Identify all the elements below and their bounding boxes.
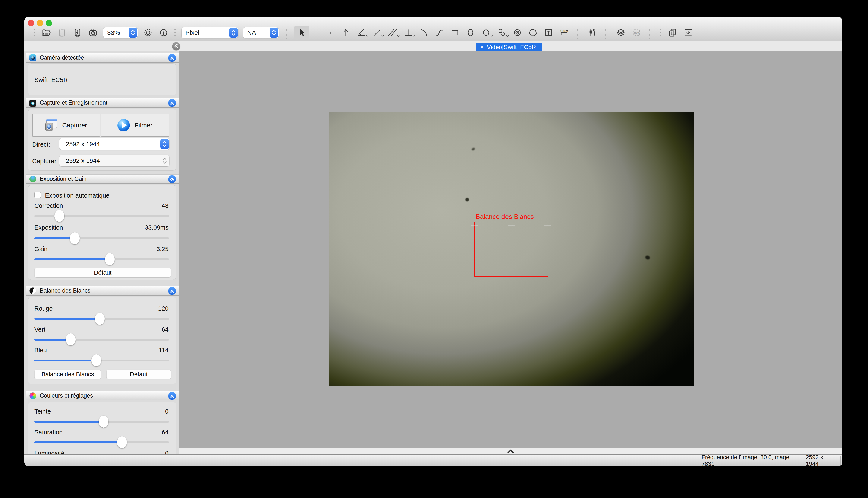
layers-icon[interactable] (613, 26, 628, 39)
roi-handle[interactable] (508, 218, 515, 225)
exposure-slider[interactable] (34, 232, 169, 245)
record-video-button[interactable]: Filmer (101, 114, 169, 136)
roi-handle[interactable] (544, 273, 551, 280)
saturation-slider[interactable] (34, 436, 169, 448)
ellipse-tool-icon[interactable] (463, 26, 478, 39)
exposure-box: Exposition automatique Correction 48 Exp… (28, 185, 176, 280)
burst-capture-icon[interactable] (69, 26, 85, 39)
flatten-export-icon[interactable] (680, 26, 696, 39)
unit-select[interactable]: Pixel (181, 27, 238, 38)
text-tool-icon[interactable] (540, 26, 556, 39)
correction-slider[interactable] (34, 210, 169, 222)
slider-thumb[interactable] (70, 232, 80, 244)
slider-thumb[interactable] (105, 253, 115, 265)
select-stepper-icon[interactable] (161, 156, 169, 166)
camera-timer-icon[interactable] (85, 26, 101, 39)
slider-thumb[interactable] (95, 313, 105, 325)
auto-exposure-checkbox[interactable] (34, 192, 41, 198)
double-chevron-up-icon (169, 393, 175, 399)
csv-export-icon[interactable]: CSV (628, 26, 644, 39)
capture-resolution-select[interactable]: 2592 x 1944 (59, 155, 169, 167)
rectangle-tool-icon[interactable] (447, 26, 463, 39)
camera-device-item[interactable]: Swift_EC5R (34, 76, 68, 83)
section-header-exposure[interactable]: Exposition et Gain (26, 174, 179, 184)
linked-circles-tool-icon[interactable] (494, 26, 509, 39)
scale-bar-icon[interactable]: 10um (556, 26, 572, 39)
blue-slider[interactable] (34, 354, 169, 367)
green-slider[interactable] (34, 333, 169, 346)
status-resolution: 2592 x 1944 (802, 456, 841, 466)
slider-thumb[interactable] (91, 354, 101, 366)
save-icon[interactable] (54, 26, 69, 39)
line-tool-icon[interactable] (369, 26, 385, 39)
select-stepper-icon[interactable] (270, 28, 278, 38)
settings-gear-icon[interactable] (140, 26, 156, 39)
double-chevron-up-icon (169, 288, 175, 294)
white-balance-box: Rouge 120 Vert 64 Bleu 114 Balance des B… (28, 297, 176, 384)
na-select[interactable]: NA (243, 27, 279, 38)
auto-exposure-label: Exposition automatique (45, 192, 109, 199)
collapse-section-button[interactable] (168, 99, 176, 107)
arc-tool-icon[interactable] (416, 26, 432, 39)
direct-resolution-select[interactable]: 2592 x 1944 (59, 138, 169, 150)
capture-window-icon (45, 119, 58, 131)
roi-handle[interactable] (471, 218, 478, 225)
section-header-camera[interactable]: Caméra détectée (26, 53, 179, 63)
tab-label: Vidéo[Swift_EC5R] (487, 44, 538, 51)
toolbar-separator (315, 27, 321, 39)
bottom-panel-toggle[interactable] (179, 448, 842, 455)
curve-tool-icon[interactable] (432, 26, 447, 39)
slider-thumb[interactable] (117, 436, 127, 448)
point-tool-icon[interactable] (322, 26, 338, 39)
roi-handle[interactable] (544, 246, 551, 253)
hue-slider[interactable] (34, 416, 169, 428)
collapse-section-button[interactable] (168, 392, 176, 400)
exposure-default-button[interactable]: Défaut (34, 268, 171, 277)
parallel-lines-tool-icon[interactable] (385, 26, 400, 39)
polygon-tool-icon[interactable] (525, 26, 540, 39)
info-icon[interactable] (156, 26, 171, 39)
capture-button-label: Capturer (62, 122, 87, 129)
sidebar-collapse-button[interactable] (172, 42, 180, 50)
white-balance-default-button[interactable]: Défaut (106, 369, 171, 379)
slider-thumb[interactable] (99, 416, 108, 428)
arrow-annotation-icon[interactable] (338, 26, 354, 39)
concentric-circles-tool-icon[interactable] (509, 26, 525, 39)
roi-handle[interactable] (508, 273, 515, 280)
tab-close-icon[interactable]: × (480, 44, 484, 50)
roi-handle[interactable] (471, 246, 478, 253)
roi-handle[interactable] (471, 273, 478, 280)
collapse-section-button[interactable] (168, 175, 176, 183)
section-header-white-balance[interactable]: Balance des Blancs (26, 286, 179, 296)
white-balance-roi-rect[interactable] (474, 222, 548, 276)
toolbar-separator (286, 27, 293, 39)
tab-video[interactable]: × Vidéo[Swift_EC5R] (476, 43, 542, 51)
section-title: Couleurs et réglages (40, 392, 93, 399)
select-stepper-icon[interactable] (229, 28, 238, 38)
select-stepper-icon[interactable] (161, 139, 169, 149)
select-stepper-icon[interactable] (129, 28, 137, 38)
slider-label: Gain (34, 246, 48, 253)
measure-caliper-icon[interactable] (585, 26, 600, 39)
duplicate-pages-icon[interactable] (665, 26, 680, 39)
perpendicular-tool-icon[interactable] (400, 26, 416, 39)
slider-thumb[interactable] (66, 333, 76, 345)
dust-speck (645, 255, 651, 260)
angle-tool-icon[interactable] (354, 26, 369, 39)
white-balance-button[interactable]: Balance des Blancs (34, 369, 101, 379)
red-slider[interactable] (34, 313, 169, 325)
live-video-frame[interactable]: Balance des Blancs (329, 112, 694, 386)
collapse-section-button[interactable] (168, 54, 176, 62)
roi-handle[interactable] (544, 218, 551, 225)
circle-tool-icon[interactable] (478, 26, 494, 39)
capture-photo-button[interactable]: Capturer (32, 114, 100, 136)
open-file-icon[interactable] (38, 26, 54, 39)
cursor-arrow-tool[interactable] (294, 26, 309, 39)
zoom-select[interactable]: 33% (103, 27, 138, 38)
collapse-section-button[interactable] (168, 287, 176, 295)
section-header-capture[interactable]: Capture et Enregistrement (26, 98, 179, 107)
gain-slider[interactable] (34, 253, 169, 265)
viewer-canvas[interactable]: Balance des Blancs (179, 51, 842, 448)
section-header-colors[interactable]: Couleurs et réglages (26, 391, 179, 401)
slider-thumb[interactable] (54, 210, 64, 222)
